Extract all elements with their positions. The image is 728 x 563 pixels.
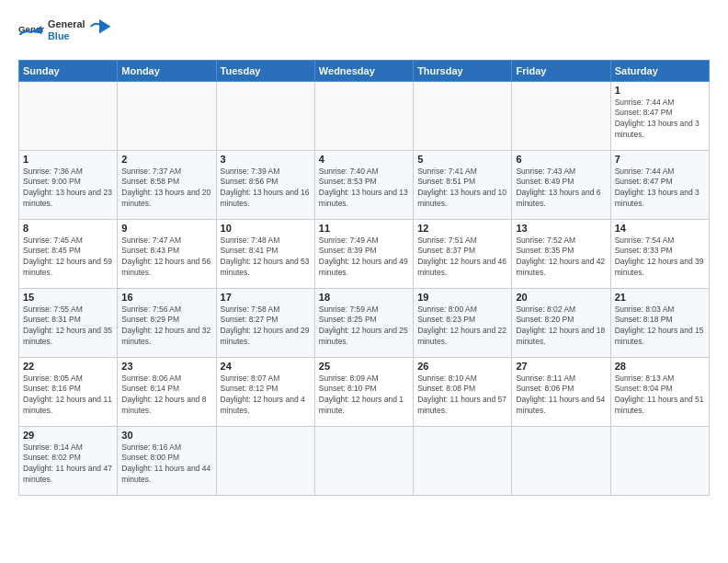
weekday-header-saturday: Saturday [610, 60, 709, 81]
day-number: 27 [516, 361, 606, 372]
calendar-cell: 12Sunrise: 7:51 AMSunset: 8:37 PMDayligh… [414, 219, 512, 288]
day-number: 2 [121, 154, 211, 165]
day-number: 19 [417, 292, 507, 303]
day-info: Sunrise: 7:59 AMSunset: 8:25 PMDaylight:… [319, 304, 409, 349]
day-number: 26 [417, 361, 507, 372]
calendar-cell: 24Sunrise: 8:07 AMSunset: 8:12 PMDayligh… [216, 357, 314, 426]
calendar-cell: 28Sunrise: 8:13 AMSunset: 8:04 PMDayligh… [610, 357, 709, 426]
weekday-header-wednesday: Wednesday [314, 60, 413, 81]
weekday-header-tuesday: Tuesday [216, 60, 314, 81]
day-number: 4 [319, 154, 409, 165]
calendar-cell [216, 426, 314, 495]
calendar-cell: 25Sunrise: 8:09 AMSunset: 8:10 PMDayligh… [314, 357, 413, 426]
calendar-week-1: 1Sunrise: 7:36 AMSunset: 9:00 PMDaylight… [19, 150, 710, 219]
calendar-cell: 1Sunrise: 7:36 AMSunset: 9:00 PMDaylight… [19, 150, 118, 219]
day-number: 24 [221, 361, 311, 372]
day-number: 28 [615, 361, 705, 372]
svg-text:Blue: Blue [48, 30, 70, 41]
calendar-cell: 4Sunrise: 7:40 AMSunset: 8:53 PMDaylight… [314, 150, 413, 219]
calendar-cell: 26Sunrise: 8:10 AMSunset: 8:08 PMDayligh… [414, 357, 512, 426]
calendar-cell [314, 426, 413, 495]
weekday-header-friday: Friday [512, 60, 610, 81]
day-info: Sunrise: 7:37 AMSunset: 8:58 PMDaylight:… [121, 167, 211, 211]
weekday-header-row: SundayMondayTuesdayWednesdayThursdayFrid… [19, 60, 710, 81]
day-number: 18 [319, 292, 409, 303]
calendar-cell: 22Sunrise: 8:05 AMSunset: 8:16 PMDayligh… [19, 357, 118, 426]
day-info: Sunrise: 7:45 AMSunset: 8:45 PMDaylight:… [23, 236, 113, 280]
day-info: Sunrise: 7:49 AMSunset: 8:39 PMDaylight:… [319, 236, 409, 280]
day-number: 1 [615, 85, 705, 96]
logo-graphic: General Blue [48, 15, 112, 47]
svg-text:General: General [48, 18, 85, 29]
calendar-cell: 7Sunrise: 7:44 AMSunset: 8:47 PMDaylight… [610, 150, 709, 219]
calendar-week-2: 8Sunrise: 7:45 AMSunset: 8:45 PMDaylight… [19, 219, 710, 288]
day-info: Sunrise: 7:55 AMSunset: 8:31 PMDaylight:… [23, 304, 113, 349]
weekday-header-monday: Monday [118, 60, 216, 81]
calendar-cell: 1Sunrise: 7:44 AMSunset: 8:47 PMDaylight… [610, 81, 709, 150]
calendar-cell: 20Sunrise: 8:02 AMSunset: 8:20 PMDayligh… [512, 288, 610, 357]
calendar-cell: 8Sunrise: 7:45 AMSunset: 8:45 PMDaylight… [19, 219, 118, 288]
weekday-header-sunday: Sunday [19, 60, 118, 81]
calendar-cell: 3Sunrise: 7:39 AMSunset: 8:56 PMDaylight… [216, 150, 314, 219]
header: General General Blue [18, 15, 710, 51]
day-number: 21 [615, 292, 705, 303]
calendar-cell: 17Sunrise: 7:58 AMSunset: 8:27 PMDayligh… [216, 288, 314, 357]
day-number: 10 [221, 223, 311, 234]
logo-icon: General [18, 19, 44, 45]
day-number: 6 [516, 154, 606, 165]
day-info: Sunrise: 7:56 AMSunset: 8:29 PMDaylight:… [121, 304, 211, 349]
day-number: 7 [615, 154, 705, 165]
day-info: Sunrise: 7:52 AMSunset: 8:35 PMDaylight:… [516, 236, 606, 280]
day-info: Sunrise: 8:16 AMSunset: 8:00 PMDaylight:… [121, 442, 211, 487]
day-info: Sunrise: 7:44 AMSunset: 8:47 PMDaylight:… [615, 167, 705, 211]
day-info: Sunrise: 8:09 AMSunset: 8:10 PMDaylight:… [319, 373, 409, 418]
day-number: 16 [121, 292, 211, 303]
calendar-cell: 19Sunrise: 8:00 AMSunset: 8:23 PMDayligh… [414, 288, 512, 357]
calendar-cell [414, 426, 512, 495]
calendar-cell [414, 81, 512, 150]
day-number: 20 [516, 292, 606, 303]
calendar-week-4: 22Sunrise: 8:05 AMSunset: 8:16 PMDayligh… [19, 357, 710, 426]
day-info: Sunrise: 7:48 AMSunset: 8:41 PMDaylight:… [221, 236, 311, 280]
calendar-cell: 30Sunrise: 8:16 AMSunset: 8:00 PMDayligh… [118, 426, 216, 495]
calendar-cell [512, 426, 610, 495]
calendar-cell: 10Sunrise: 7:48 AMSunset: 8:41 PMDayligh… [216, 219, 314, 288]
day-info: Sunrise: 7:40 AMSunset: 8:53 PMDaylight:… [319, 167, 409, 211]
day-number: 11 [319, 223, 409, 234]
day-number: 3 [221, 154, 311, 165]
calendar-cell [216, 81, 314, 150]
calendar-cell: 21Sunrise: 8:03 AMSunset: 8:18 PMDayligh… [610, 288, 709, 357]
calendar-cell: 9Sunrise: 7:47 AMSunset: 8:43 PMDaylight… [118, 219, 216, 288]
calendar-week-5: 29Sunrise: 8:14 AMSunset: 8:02 PMDayligh… [19, 426, 710, 495]
weekday-header-thursday: Thursday [414, 60, 512, 81]
day-info: Sunrise: 8:11 AMSunset: 8:06 PMDaylight:… [516, 373, 606, 418]
day-number: 13 [516, 223, 606, 234]
calendar-cell: 13Sunrise: 7:52 AMSunset: 8:35 PMDayligh… [512, 219, 610, 288]
calendar-cell [118, 81, 216, 150]
day-info: Sunrise: 7:41 AMSunset: 8:51 PMDaylight:… [417, 167, 507, 211]
day-info: Sunrise: 7:58 AMSunset: 8:27 PMDaylight:… [221, 304, 311, 349]
day-number: 22 [23, 361, 113, 372]
day-number: 5 [417, 154, 507, 165]
calendar-week-0: 1Sunrise: 7:44 AMSunset: 8:47 PMDaylight… [19, 81, 710, 150]
day-number: 15 [23, 292, 113, 303]
day-info: Sunrise: 7:39 AMSunset: 8:56 PMDaylight:… [221, 167, 311, 211]
calendar-cell: 18Sunrise: 7:59 AMSunset: 8:25 PMDayligh… [314, 288, 413, 357]
day-number: 29 [23, 430, 113, 441]
calendar-cell: 6Sunrise: 7:43 AMSunset: 8:49 PMDaylight… [512, 150, 610, 219]
calendar-cell: 15Sunrise: 7:55 AMSunset: 8:31 PMDayligh… [19, 288, 118, 357]
calendar-cell [19, 81, 118, 150]
calendar-cell: 14Sunrise: 7:54 AMSunset: 8:33 PMDayligh… [610, 219, 709, 288]
day-info: Sunrise: 7:47 AMSunset: 8:43 PMDaylight:… [121, 236, 211, 280]
day-number: 23 [121, 361, 211, 372]
day-info: Sunrise: 7:54 AMSunset: 8:33 PMDaylight:… [615, 236, 705, 280]
calendar-cell: 29Sunrise: 8:14 AMSunset: 8:02 PMDayligh… [19, 426, 118, 495]
page: General General Blue [0, 0, 728, 563]
day-number: 8 [23, 223, 113, 234]
calendar-cell: 5Sunrise: 7:41 AMSunset: 8:51 PMDaylight… [414, 150, 512, 219]
day-info: Sunrise: 8:13 AMSunset: 8:04 PMDaylight:… [615, 373, 705, 418]
day-info: Sunrise: 8:06 AMSunset: 8:14 PMDaylight:… [121, 373, 211, 418]
calendar-cell [314, 81, 413, 150]
calendar-cell: 27Sunrise: 8:11 AMSunset: 8:06 PMDayligh… [512, 357, 610, 426]
day-number: 1 [23, 154, 113, 165]
